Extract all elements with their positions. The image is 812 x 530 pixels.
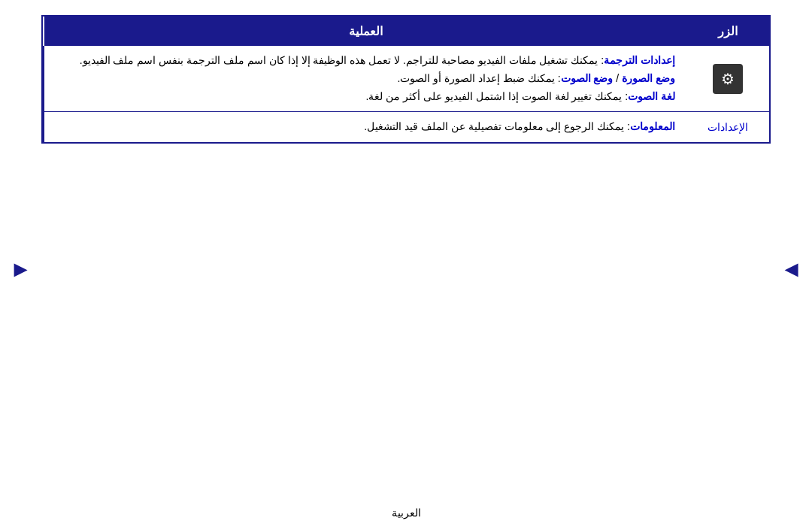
settings-label: الإعدادات <box>707 121 748 133</box>
arrow-left-button[interactable]: ◄ <box>778 256 804 282</box>
subtitle-translation-text: : يمكنك تشغيل ملفات الفيديو مصاحبة للترا… <box>80 54 604 66</box>
table-header: العملية الزر <box>43 17 769 46</box>
subtitle-translation-link[interactable]: إعدادات الترجمة <box>604 54 675 66</box>
table-row: إعدادات الترجمة: يمكنك تشغيل ملفات الفيد… <box>43 46 769 112</box>
footer-language: العربية <box>392 507 421 519</box>
info-link[interactable]: المعلومات <box>630 120 675 132</box>
info-button-cell: الإعدادات <box>686 112 769 142</box>
settings-button-cell: ⚙ <box>686 46 769 111</box>
arrow-left-icon: ◄ <box>780 256 803 282</box>
settings-operation-cell: إعدادات الترجمة: يمكنك تشغيل ملفات الفيد… <box>43 46 686 111</box>
gear-icon[interactable]: ⚙ <box>713 64 743 94</box>
arrow-right-icon: ► <box>10 256 32 282</box>
page-container: العملية الزر إعدادات الترجمة: يمكنك تشغي… <box>0 0 812 530</box>
info-operation-cell: المعلومات: يمكنك الرجوع إلى معلومات تفصي… <box>43 112 686 142</box>
nav-arrows-container: ◄ ► <box>0 256 812 282</box>
sound-language-text: : يمكنك تغيير لغة الصوت إذا اشتمل الفيدي… <box>366 90 629 102</box>
arrow-right-button[interactable]: ► <box>8 256 34 282</box>
table-row: المعلومات: يمكنك الرجوع إلى معلومات تفصي… <box>43 112 769 142</box>
sound-language-link[interactable]: لغة الصوت <box>628 90 675 102</box>
info-text: : يمكنك الرجوع إلى معلومات تفصيلية عن ال… <box>364 120 630 132</box>
main-table: العملية الزر إعدادات الترجمة: يمكنك تشغي… <box>41 15 771 144</box>
sound-mode-link[interactable]: وضع الصوت <box>561 72 614 84</box>
table-body: إعدادات الترجمة: يمكنك تشغيل ملفات الفيد… <box>43 46 769 142</box>
picture-mode-link[interactable]: وضع الصورة <box>622 72 675 84</box>
header-operation: العملية <box>43 17 686 46</box>
separator-text: / <box>613 72 622 84</box>
header-button: الزر <box>686 17 769 46</box>
picture-sound-text: : يمكنك ضبط إعداد الصورة أو الصوت. <box>397 72 560 84</box>
